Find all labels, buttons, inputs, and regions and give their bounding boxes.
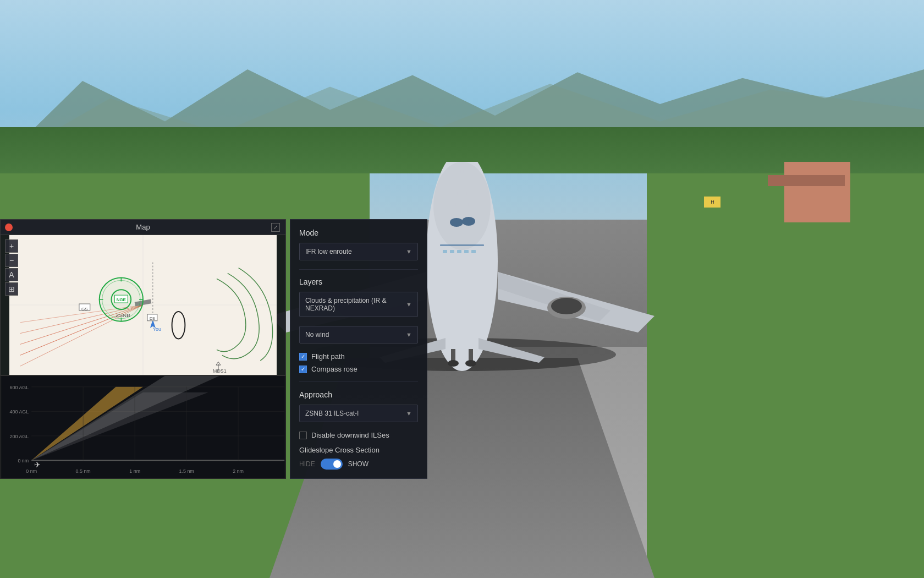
compass-rose-row: Compass rose — [299, 365, 418, 373]
svg-rect-22 — [464, 250, 469, 253]
wind-dropdown-arrow: ▼ — [406, 331, 412, 338]
compass-rose-label: Compass rose — [311, 365, 358, 373]
svg-text:400 AGL: 400 AGL — [10, 409, 29, 415]
divider-2 — [299, 381, 418, 381]
svg-text:MDS1: MDS1 — [213, 368, 227, 374]
mode-dropdown[interactable]: IFR low enroute ▼ — [299, 243, 418, 260]
settings-panel: Mode IFR low enroute ▼ Layers Clouds & p… — [290, 219, 427, 479]
profile-chart: 600 AGL 400 AGL 200 AGL 0 nm 0 nm 0.5 nm… — [0, 375, 286, 479]
flight-path-label: Flight path — [311, 352, 345, 361]
divider-1 — [299, 269, 418, 270]
runway-marker: H — [704, 197, 721, 208]
map-expand-button[interactable]: ⤢ — [271, 223, 280, 232]
svg-point-6 — [462, 217, 475, 226]
svg-text:0 nm: 0 nm — [26, 468, 37, 474]
building — [784, 162, 850, 222]
map-close-button[interactable] — [5, 223, 13, 231]
zoom-in-button[interactable]: + — [5, 239, 18, 253]
clouds-dropdown[interactable]: Clouds & precipitation (IR & NEXRAD) ▼ — [299, 292, 418, 317]
glideslope-title: Glideslope Cross Section — [299, 446, 418, 454]
svg-point-26 — [448, 360, 459, 367]
svg-point-14 — [551, 298, 582, 314]
approach-dropdown[interactable]: ZSNB 31 ILS-cat-I ▼ — [299, 405, 418, 422]
svg-text:DS: DS — [150, 317, 155, 320]
compass-rose-checkbox[interactable] — [299, 366, 307, 373]
svg-rect-21 — [457, 250, 461, 253]
profile-svg: 600 AGL 400 AGL 200 AGL 0 nm 0 nm 0.5 nm… — [1, 376, 285, 478]
disable-ils-checkbox[interactable] — [299, 432, 307, 439]
svg-text:0.5 nm: 0.5 nm — [76, 468, 91, 474]
clouds-dropdown-arrow: ▼ — [406, 301, 412, 308]
map-panel: Map ⤢ + − A ⊞ — [0, 219, 286, 375]
svg-rect-18 — [440, 244, 484, 246]
map-content: + − A ⊞ — [1, 235, 285, 375]
svg-text:ZSNB: ZSNB — [116, 312, 130, 318]
svg-text:1.5 nm: 1.5 nm — [179, 468, 194, 474]
map-title: Map — [136, 223, 150, 231]
compass-button[interactable]: A — [5, 268, 18, 281]
wind-value: No wind — [305, 331, 329, 339]
mode-section-title: Mode — [299, 228, 418, 237]
glideslope-section: Glideslope Cross Section HIDE SHOW — [299, 446, 418, 470]
flight-path-row: Flight path — [299, 352, 418, 361]
show-label: SHOW — [348, 460, 369, 468]
svg-point-5 — [450, 218, 463, 227]
flight-path-checkbox[interactable] — [299, 353, 307, 361]
approach-dropdown-arrow: ▼ — [406, 410, 412, 417]
svg-text:0 nm: 0 nm — [18, 458, 29, 464]
map-svg: NGE GS ZSNB You DS MDS1 — [1, 235, 285, 375]
map-title-bar: Map ⤢ — [1, 220, 285, 235]
svg-point-27 — [465, 360, 476, 367]
disable-ils-label: Disable downwind ILSes — [311, 431, 389, 439]
svg-text:GS: GS — [81, 307, 87, 312]
svg-rect-19 — [443, 250, 447, 253]
svg-rect-20 — [450, 250, 454, 253]
approach-section-title: Approach — [299, 390, 418, 399]
toggle-row: HIDE SHOW — [299, 459, 418, 470]
wind-dropdown[interactable]: No wind ▼ — [299, 326, 418, 343]
approach-section: Approach ZSNB 31 ILS-cat-I ▼ Disable dow… — [299, 390, 418, 470]
svg-text:You: You — [153, 326, 161, 332]
hide-label: HIDE — [299, 460, 315, 468]
svg-text:NGE: NGE — [117, 297, 126, 302]
glideslope-toggle[interactable] — [321, 459, 343, 470]
grass-right — [647, 173, 924, 578]
svg-text:600 AGL: 600 AGL — [10, 385, 29, 390]
zoom-out-button[interactable]: − — [5, 254, 18, 267]
clouds-value: Clouds & precipitation (IR & NEXRAD) — [305, 297, 406, 312]
approach-value: ZSNB 31 ILS-cat-I — [305, 410, 359, 417]
svg-rect-23 — [471, 250, 476, 253]
svg-text:2 nm: 2 nm — [233, 468, 244, 474]
svg-text:200 AGL: 200 AGL — [10, 434, 29, 439]
map-zoom-controls: + − A ⊞ — [5, 239, 18, 296]
layers-section-title: Layers — [299, 277, 418, 286]
layers-button[interactable]: ⊞ — [5, 282, 18, 296]
svg-text:1 nm: 1 nm — [129, 468, 140, 474]
mode-dropdown-arrow: ▼ — [406, 248, 412, 255]
disable-ils-row: Disable downwind ILSes — [299, 431, 418, 439]
svg-text:✈: ✈ — [34, 460, 41, 469]
mode-value: IFR low enroute — [305, 248, 352, 255]
